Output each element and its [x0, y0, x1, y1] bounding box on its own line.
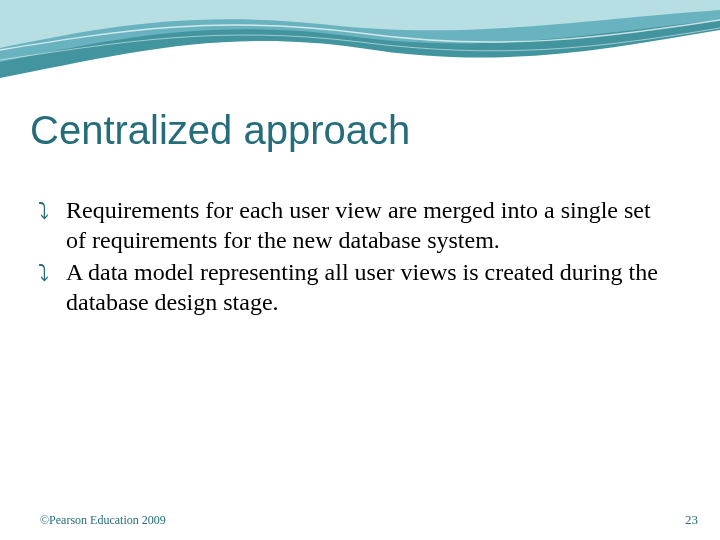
bullet-glyph-icon: ⤵: [38, 259, 49, 287]
bullet-item: ⤵ A data model representing all user vie…: [40, 257, 660, 317]
page-number: 23: [685, 512, 698, 528]
decorative-wave-header: [0, 0, 720, 100]
bullet-item: ⤵ Requirements for each user view are me…: [40, 195, 660, 255]
content-area: ⤵ Requirements for each user view are me…: [40, 195, 660, 319]
bullet-text: Requirements for each user view are merg…: [66, 197, 651, 253]
footer-copyright: ©Pearson Education 2009: [40, 513, 166, 528]
bullet-text: A data model representing all user views…: [66, 259, 658, 315]
bullet-glyph-icon: ⤵: [38, 197, 49, 225]
wave-svg: [0, 0, 720, 100]
slide-title: Centralized approach: [30, 108, 410, 153]
